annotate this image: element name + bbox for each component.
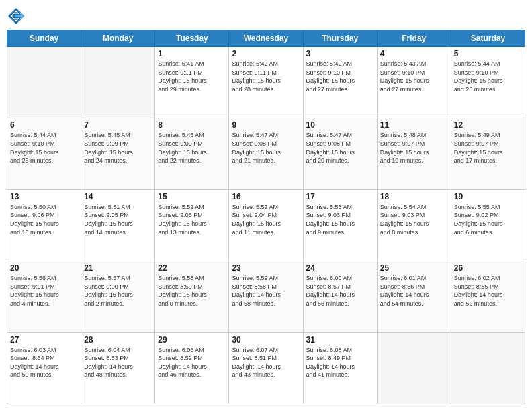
day-detail: Sunrise: 6:03 AM Sunset: 8:54 PM Dayligh… — [10, 346, 78, 379]
calendar-cell: 31Sunrise: 6:08 AM Sunset: 8:49 PM Dayli… — [303, 332, 377, 404]
day-number: 1 — [158, 49, 226, 58]
day-number: 11 — [380, 120, 448, 130]
calendar-cell: 9Sunrise: 5:47 AM Sunset: 9:08 PM Daylig… — [229, 118, 303, 189]
calendar-cell: 22Sunrise: 5:58 AM Sunset: 8:59 PM Dayli… — [155, 261, 229, 332]
calendar-cell: 2Sunrise: 5:42 AM Sunset: 9:11 PM Daylig… — [229, 47, 303, 118]
calendar-cell: 14Sunrise: 5:51 AM Sunset: 9:05 PM Dayli… — [81, 189, 155, 261]
calendar-cell: 28Sunrise: 6:04 AM Sunset: 8:53 PM Dayli… — [81, 332, 155, 404]
calendar-cell — [451, 332, 525, 404]
calendar-header-tuesday: Tuesday — [155, 30, 229, 47]
calendar-cell: 21Sunrise: 5:57 AM Sunset: 9:00 PM Dayli… — [81, 261, 155, 332]
day-detail: Sunrise: 5:43 AM Sunset: 9:10 PM Dayligh… — [380, 60, 448, 93]
day-number: 3 — [306, 49, 374, 58]
day-number: 9 — [232, 120, 300, 130]
day-number: 7 — [84, 120, 152, 130]
day-number: 13 — [10, 192, 78, 201]
calendar-cell — [7, 47, 81, 118]
calendar-cell: 26Sunrise: 6:02 AM Sunset: 8:55 PM Dayli… — [451, 261, 525, 332]
day-detail: Sunrise: 5:45 AM Sunset: 9:09 PM Dayligh… — [84, 131, 152, 165]
calendar-cell: 24Sunrise: 6:00 AM Sunset: 8:57 PM Dayli… — [303, 261, 377, 332]
calendar-header-wednesday: Wednesday — [229, 30, 303, 47]
day-detail: Sunrise: 5:52 AM Sunset: 9:05 PM Dayligh… — [158, 203, 226, 236]
day-detail: Sunrise: 5:42 AM Sunset: 9:11 PM Dayligh… — [232, 60, 300, 93]
day-detail: Sunrise: 5:56 AM Sunset: 9:01 PM Dayligh… — [10, 274, 78, 308]
logo-icon — [7, 7, 26, 26]
day-number: 10 — [306, 120, 374, 130]
day-number: 24 — [306, 263, 374, 273]
day-detail: Sunrise: 6:04 AM Sunset: 8:53 PM Dayligh… — [84, 346, 152, 379]
day-number: 23 — [232, 263, 300, 273]
day-number: 6 — [10, 120, 78, 130]
calendar-week-2: 6Sunrise: 5:44 AM Sunset: 9:10 PM Daylig… — [7, 118, 525, 189]
day-number: 29 — [158, 335, 226, 345]
calendar-cell: 6Sunrise: 5:44 AM Sunset: 9:10 PM Daylig… — [7, 118, 81, 189]
day-detail: Sunrise: 5:46 AM Sunset: 9:09 PM Dayligh… — [158, 131, 226, 165]
day-number: 8 — [158, 120, 226, 130]
calendar-cell: 30Sunrise: 6:07 AM Sunset: 8:51 PM Dayli… — [229, 332, 303, 404]
calendar-cell: 11Sunrise: 5:48 AM Sunset: 9:07 PM Dayli… — [377, 118, 451, 189]
calendar-week-4: 20Sunrise: 5:56 AM Sunset: 9:01 PM Dayli… — [7, 261, 525, 332]
day-number: 30 — [232, 335, 300, 345]
calendar-cell — [81, 47, 155, 118]
calendar-header-friday: Friday — [377, 30, 451, 47]
day-detail: Sunrise: 5:47 AM Sunset: 9:08 PM Dayligh… — [232, 131, 300, 165]
day-detail: Sunrise: 6:02 AM Sunset: 8:55 PM Dayligh… — [454, 274, 522, 308]
day-number: 31 — [306, 335, 374, 345]
logo — [7, 7, 27, 26]
calendar-cell: 17Sunrise: 5:53 AM Sunset: 9:03 PM Dayli… — [303, 189, 377, 261]
calendar-cell: 20Sunrise: 5:56 AM Sunset: 9:01 PM Dayli… — [7, 261, 81, 332]
day-number: 2 — [232, 49, 300, 58]
day-detail: Sunrise: 5:57 AM Sunset: 9:00 PM Dayligh… — [84, 274, 152, 308]
calendar-header-row: SundayMondayTuesdayWednesdayThursdayFrid… — [7, 30, 525, 47]
day-detail: Sunrise: 6:06 AM Sunset: 8:52 PM Dayligh… — [158, 346, 226, 379]
day-detail: Sunrise: 5:50 AM Sunset: 9:06 PM Dayligh… — [10, 203, 78, 236]
day-detail: Sunrise: 5:41 AM Sunset: 9:11 PM Dayligh… — [158, 60, 226, 93]
calendar-cell: 16Sunrise: 5:52 AM Sunset: 9:04 PM Dayli… — [229, 189, 303, 261]
calendar-week-1: 1Sunrise: 5:41 AM Sunset: 9:11 PM Daylig… — [7, 47, 525, 118]
day-detail: Sunrise: 5:59 AM Sunset: 8:58 PM Dayligh… — [232, 274, 300, 308]
day-detail: Sunrise: 5:44 AM Sunset: 9:10 PM Dayligh… — [10, 131, 78, 165]
day-detail: Sunrise: 5:52 AM Sunset: 9:04 PM Dayligh… — [232, 203, 300, 236]
day-detail: Sunrise: 5:54 AM Sunset: 9:03 PM Dayligh… — [380, 203, 448, 236]
day-detail: Sunrise: 5:49 AM Sunset: 9:07 PM Dayligh… — [454, 131, 522, 165]
day-detail: Sunrise: 5:42 AM Sunset: 9:10 PM Dayligh… — [306, 60, 374, 93]
calendar-cell: 27Sunrise: 6:03 AM Sunset: 8:54 PM Dayli… — [7, 332, 81, 404]
day-detail: Sunrise: 5:44 AM Sunset: 9:10 PM Dayligh… — [454, 60, 522, 93]
calendar-table: SundayMondayTuesdayWednesdayThursdayFrid… — [7, 30, 525, 404]
day-number: 25 — [380, 263, 448, 273]
day-detail: Sunrise: 6:01 AM Sunset: 8:56 PM Dayligh… — [380, 274, 448, 308]
day-number: 22 — [158, 263, 226, 273]
calendar-cell: 18Sunrise: 5:54 AM Sunset: 9:03 PM Dayli… — [377, 189, 451, 261]
day-number: 14 — [84, 192, 152, 201]
calendar-cell: 8Sunrise: 5:46 AM Sunset: 9:09 PM Daylig… — [155, 118, 229, 189]
day-number: 16 — [232, 192, 300, 201]
calendar-cell: 23Sunrise: 5:59 AM Sunset: 8:58 PM Dayli… — [229, 261, 303, 332]
day-number: 15 — [158, 192, 226, 201]
day-detail: Sunrise: 6:08 AM Sunset: 8:49 PM Dayligh… — [306, 346, 374, 379]
calendar-header-thursday: Thursday — [303, 30, 377, 47]
calendar-cell: 3Sunrise: 5:42 AM Sunset: 9:10 PM Daylig… — [303, 47, 377, 118]
day-detail: Sunrise: 6:00 AM Sunset: 8:57 PM Dayligh… — [306, 274, 374, 308]
day-detail: Sunrise: 6:07 AM Sunset: 8:51 PM Dayligh… — [232, 346, 300, 379]
calendar-cell: 5Sunrise: 5:44 AM Sunset: 9:10 PM Daylig… — [451, 47, 525, 118]
calendar-cell: 15Sunrise: 5:52 AM Sunset: 9:05 PM Dayli… — [155, 189, 229, 261]
calendar-cell — [377, 332, 451, 404]
calendar-cell: 29Sunrise: 6:06 AM Sunset: 8:52 PM Dayli… — [155, 332, 229, 404]
day-number: 19 — [454, 192, 522, 201]
day-number: 20 — [10, 263, 78, 273]
day-number: 12 — [454, 120, 522, 130]
day-detail: Sunrise: 5:53 AM Sunset: 9:03 PM Dayligh… — [306, 203, 374, 236]
calendar-cell: 1Sunrise: 5:41 AM Sunset: 9:11 PM Daylig… — [155, 47, 229, 118]
calendar-cell: 13Sunrise: 5:50 AM Sunset: 9:06 PM Dayli… — [7, 189, 81, 261]
calendar-cell: 19Sunrise: 5:55 AM Sunset: 9:02 PM Dayli… — [451, 189, 525, 261]
day-detail: Sunrise: 5:47 AM Sunset: 9:08 PM Dayligh… — [306, 131, 374, 165]
calendar-header-monday: Monday — [81, 30, 155, 47]
calendar-header-sunday: Sunday — [7, 30, 81, 47]
calendar-week-3: 13Sunrise: 5:50 AM Sunset: 9:06 PM Dayli… — [7, 189, 525, 261]
day-number: 27 — [10, 335, 78, 345]
day-detail: Sunrise: 5:48 AM Sunset: 9:07 PM Dayligh… — [380, 131, 448, 165]
calendar-week-5: 27Sunrise: 6:03 AM Sunset: 8:54 PM Dayli… — [7, 332, 525, 404]
day-number: 18 — [380, 192, 448, 201]
calendar-cell: 4Sunrise: 5:43 AM Sunset: 9:10 PM Daylig… — [377, 47, 451, 118]
day-number: 4 — [380, 49, 448, 58]
